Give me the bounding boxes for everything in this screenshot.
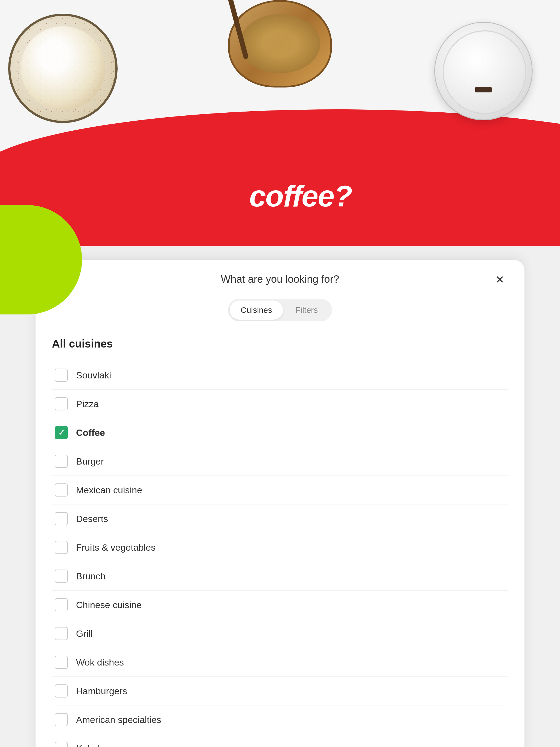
cuisine-label-kebab: Kebab	[76, 743, 103, 747]
list-item[interactable]: ✓Burger	[52, 447, 508, 476]
checkbox-chinese[interactable]: ✓	[55, 598, 68, 611]
checkbox-deserts[interactable]: ✓	[55, 512, 68, 525]
list-item[interactable]: ✓Kebab	[52, 734, 508, 747]
checkbox-wok[interactable]: ✓	[55, 656, 68, 669]
coffee-hero-text: coffee?	[249, 179, 352, 213]
checkbox-pizza[interactable]: ✓	[55, 397, 68, 410]
checkbox-american[interactable]: ✓	[55, 713, 68, 726]
cuisine-label-chinese: Chinese cuisine	[76, 600, 142, 610]
checkmark-icon: ✓	[58, 428, 65, 437]
cuisine-label-fruits-veg: Fruits & vegetables	[76, 542, 156, 553]
list-item[interactable]: ✓Chinese cuisine	[52, 591, 508, 619]
checkbox-hamburgers[interactable]: ✓	[55, 685, 68, 697]
checkbox-grill[interactable]: ✓	[55, 627, 68, 640]
list-item[interactable]: ✓Grill	[52, 619, 508, 648]
checkbox-fruits-veg[interactable]: ✓	[55, 541, 68, 554]
cuisine-label-souvlaki: Souvlaki	[76, 370, 111, 381]
cuisine-label-wok: Wok dishes	[76, 657, 124, 668]
cuisine-label-american: American specialties	[76, 715, 161, 725]
close-button[interactable]	[492, 271, 508, 288]
hero-section: coffee?	[0, 0, 560, 246]
checkbox-mexican[interactable]: ✓	[55, 483, 68, 496]
cuisine-label-deserts: Deserts	[76, 514, 108, 524]
main-content: What are you looking for? Cuisines Filte…	[0, 246, 560, 747]
cuisine-label-pizza: Pizza	[76, 398, 99, 409]
tab-cuisines[interactable]: Cuisines	[230, 301, 283, 319]
close-icon	[495, 275, 505, 284]
list-item[interactable]: ✓Fruits & vegetables	[52, 533, 508, 562]
cuisine-label-brunch: Brunch	[76, 571, 105, 582]
cuisine-label-mexican: Mexican cuisine	[76, 485, 142, 495]
cuisine-label-hamburgers: Hamburgers	[76, 686, 127, 696]
list-item[interactable]: ✓Pizza	[52, 390, 508, 418]
checkbox-kebab[interactable]: ✓	[55, 742, 68, 747]
list-item[interactable]: ✓Coffee	[52, 418, 508, 447]
list-item[interactable]: ✓Mexican cuisine	[52, 476, 508, 505]
cuisine-label-coffee: Coffee	[76, 428, 105, 438]
checkbox-brunch[interactable]: ✓	[55, 570, 68, 583]
list-item[interactable]: ✓Brunch	[52, 562, 508, 591]
modal-title: What are you looking for?	[221, 274, 339, 285]
modal-header: What are you looking for?	[52, 274, 508, 285]
list-item[interactable]: ✓Hamburgers	[52, 677, 508, 705]
list-item[interactable]: ✓Souvlaki	[52, 361, 508, 390]
section-heading: All cuisines	[52, 338, 508, 350]
checkbox-coffee[interactable]: ✓	[55, 426, 68, 439]
red-wave-decoration	[0, 109, 560, 246]
coffee-lid	[434, 22, 533, 120]
cuisine-list: ✓Souvlaki✓Pizza✓Coffee✓Burger✓Mexican cu…	[52, 361, 508, 747]
tabs-container: Cuisines Filters	[228, 299, 332, 321]
checkbox-burger[interactable]: ✓	[55, 455, 68, 468]
modal-sheet: What are you looking for? Cuisines Filte…	[35, 260, 525, 747]
list-item[interactable]: ✓Deserts	[52, 505, 508, 533]
list-item[interactable]: ✓American specialties	[52, 705, 508, 734]
checkbox-souvlaki[interactable]: ✓	[55, 368, 68, 382]
list-item[interactable]: ✓Wok dishes	[52, 648, 508, 677]
cuisine-label-burger: Burger	[76, 456, 104, 467]
tab-filters[interactable]: Filters	[283, 301, 330, 319]
cuisine-label-grill: Grill	[76, 628, 93, 639]
latte-cup	[8, 14, 118, 123]
